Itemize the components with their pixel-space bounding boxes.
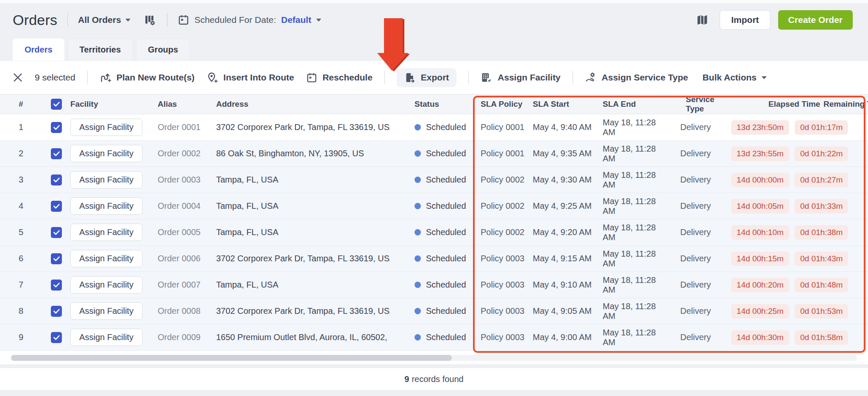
records-label: records found bbox=[412, 374, 463, 384]
assign-facility-button[interactable]: Assign Facility bbox=[70, 250, 142, 267]
divider bbox=[87, 71, 88, 84]
assign-facility-button[interactable]: Assign Facility bbox=[70, 145, 142, 162]
import-button[interactable]: Import bbox=[720, 10, 770, 30]
row-checkbox[interactable] bbox=[51, 253, 62, 264]
divider bbox=[167, 13, 167, 27]
order-address: Tampa, FL, USA bbox=[203, 175, 390, 185]
column-settings-icon[interactable] bbox=[143, 14, 156, 26]
row-checkbox[interactable] bbox=[51, 227, 62, 238]
order-alias: Order 0005 bbox=[148, 227, 203, 237]
row-checkbox[interactable] bbox=[51, 332, 62, 343]
selected-count: 9 selected bbox=[35, 72, 75, 83]
column-header-facility: Facility bbox=[68, 100, 148, 109]
assign-facility-button[interactable]: Assign Facility bbox=[70, 276, 142, 294]
row-checkbox[interactable] bbox=[51, 280, 62, 291]
order-alias: Order 0001 bbox=[148, 122, 203, 132]
table-row: 8 Assign Facility Order 0008 3702 Corpor… bbox=[0, 298, 868, 324]
remaining-time-badge: 0d 01h:53m bbox=[795, 304, 848, 318]
insert-into-route-label: Insert Into Route bbox=[223, 72, 294, 83]
status-label: Scheduled bbox=[426, 332, 466, 342]
table-header-row: # Facility Alias Address Status SLA Poli… bbox=[0, 94, 868, 114]
status-dot bbox=[415, 124, 421, 130]
select-all-checkbox[interactable] bbox=[51, 99, 62, 110]
plan-new-routes-button[interactable]: Plan New Route(s) bbox=[100, 72, 195, 83]
tab-orders[interactable]: Orders bbox=[13, 39, 64, 61]
assign-service-type-label: Assign Service Type bbox=[602, 72, 688, 83]
column-header-sla-start: SLA Start bbox=[528, 100, 598, 109]
caret-down-icon bbox=[125, 19, 131, 22]
assign-facility-button[interactable]: Assign Facility bbox=[70, 329, 142, 346]
assign-facility-button[interactable]: Assign Facility bbox=[70, 171, 142, 188]
order-address: 1650 Premium Outlet Blvd, Aurora, IL, 60… bbox=[203, 332, 390, 342]
sla-end: May 18, 11:28 AM bbox=[598, 170, 670, 190]
sla-end: May 18, 11:28 AM bbox=[598, 249, 670, 269]
order-alias: Order 0007 bbox=[148, 280, 203, 290]
reschedule-label: Reschedule bbox=[323, 72, 373, 83]
column-header-sla-end: SLA End bbox=[598, 100, 670, 109]
sla-start: May 4, 9:20 AM bbox=[528, 227, 598, 237]
bulk-actions-label: Bulk Actions bbox=[702, 72, 757, 83]
close-icon[interactable] bbox=[13, 72, 23, 83]
service-type: Delivery bbox=[670, 149, 731, 158]
assign-facility-action-button[interactable]: Assign Facility bbox=[481, 72, 560, 83]
route-plus-icon bbox=[100, 72, 111, 83]
export-button[interactable]: Export bbox=[397, 68, 457, 87]
service-type: Delivery bbox=[670, 280, 731, 290]
calendar-icon bbox=[178, 14, 189, 26]
row-checkbox[interactable] bbox=[51, 306, 62, 317]
remaining-time-badge: 0d 01h:48m bbox=[795, 278, 848, 292]
column-header-service-type: Service Type bbox=[670, 95, 731, 114]
insert-into-route-button[interactable]: Insert Into Route bbox=[206, 72, 294, 83]
scheduled-for-date-dropdown[interactable]: Scheduled For Date: Default bbox=[178, 14, 322, 26]
row-checkbox[interactable] bbox=[51, 122, 62, 133]
service-type: Delivery bbox=[670, 122, 731, 132]
status-label: Scheduled bbox=[426, 122, 466, 132]
sla-end: May 18, 11:28 AM bbox=[598, 302, 670, 321]
assign-facility-button[interactable]: Assign Facility bbox=[70, 119, 142, 136]
row-checkbox[interactable] bbox=[51, 201, 62, 212]
status-label: Scheduled bbox=[426, 254, 466, 263]
status-dot bbox=[415, 229, 421, 235]
column-header-remaining-time: Remaining Time bbox=[795, 100, 868, 109]
horizontal-scrollbar-thumb[interactable] bbox=[11, 355, 452, 361]
row-checkbox[interactable] bbox=[51, 148, 62, 159]
remaining-time-badge: 0d 01h:22m bbox=[795, 147, 848, 161]
status-label: Scheduled bbox=[426, 149, 466, 158]
tab-territories[interactable]: Territories bbox=[68, 39, 133, 61]
order-alias: Order 0009 bbox=[148, 332, 203, 342]
table-row: 5 Assign Facility Order 0005 Tampa, FL, … bbox=[0, 219, 868, 246]
row-checkbox[interactable] bbox=[51, 174, 62, 186]
records-footer: 9 records found bbox=[0, 368, 868, 390]
sla-start: May 4, 9:25 AM bbox=[528, 201, 598, 211]
sla-end: May 18, 11:28 AM bbox=[598, 275, 670, 295]
caret-down-icon bbox=[316, 19, 321, 22]
order-address: Tampa, FL, USA bbox=[203, 280, 390, 290]
row-number: 8 bbox=[0, 306, 42, 316]
status-dot bbox=[415, 255, 421, 262]
assign-facility-button[interactable]: Assign Facility bbox=[70, 197, 142, 215]
assign-facility-button[interactable]: Assign Facility bbox=[70, 224, 142, 241]
table-row: 3 Assign Facility Order 0003 Tampa, FL, … bbox=[0, 167, 868, 193]
assign-service-type-button[interactable]: Assign Service Type bbox=[585, 72, 688, 83]
remaining-time-badge: 0d 01h:17m bbox=[795, 120, 848, 135]
tab-groups[interactable]: Groups bbox=[136, 39, 190, 61]
sla-policy: Policy 0003 bbox=[466, 280, 528, 290]
sla-end: May 18, 11:28 AM bbox=[598, 223, 670, 242]
divider bbox=[468, 71, 469, 84]
orders-filter-label: All Orders bbox=[78, 15, 121, 25]
bulk-actions-dropdown[interactable]: Bulk Actions bbox=[702, 72, 767, 83]
plan-new-routes-label: Plan New Route(s) bbox=[117, 72, 195, 83]
assign-facility-button[interactable]: Assign Facility bbox=[70, 302, 142, 320]
orders-filter-dropdown[interactable]: All Orders bbox=[78, 15, 131, 25]
create-order-button[interactable]: Create Order bbox=[778, 10, 853, 30]
horizontal-scrollbar-track[interactable] bbox=[11, 355, 857, 361]
map-icon[interactable] bbox=[696, 14, 709, 26]
reschedule-button[interactable]: Reschedule bbox=[306, 72, 373, 83]
column-header-elapsed-time: Elapsed Time bbox=[731, 100, 795, 109]
row-number: 9 bbox=[0, 332, 42, 342]
remaining-time-badge: 0d 01h:58m bbox=[795, 330, 848, 345]
orders-page: Orders All Orders Scheduled For Date: De… bbox=[0, 0, 868, 396]
order-alias: Order 0004 bbox=[148, 201, 203, 211]
order-address: 3702 Corporex Park Dr, Tampa, FL 33619, … bbox=[203, 254, 390, 263]
row-number: 5 bbox=[0, 227, 42, 237]
